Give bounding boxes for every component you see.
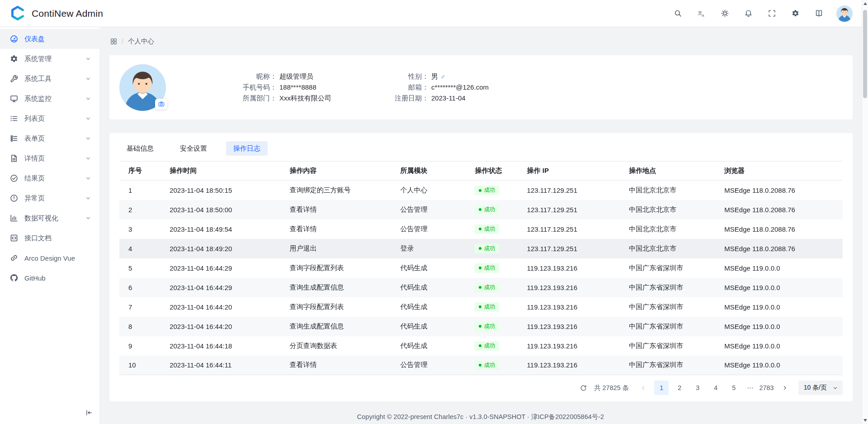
chevron-down-icon [85, 215, 91, 221]
table-row: 102023-11-04 16:44:11查看详情公告管理成功119.123.1… [119, 356, 843, 375]
profile-field: 邮箱：c********@126.com [386, 82, 489, 93]
sidebar-item-label: 表单页 [24, 134, 79, 143]
scrollbar [862, 0, 868, 424]
sidebar-item-label: 列表页 [24, 114, 79, 123]
gear-icon [792, 10, 799, 17]
sidebar-item-github[interactable]: GitHub [0, 268, 99, 288]
edit-avatar-button[interactable] [155, 99, 167, 110]
copyright-text: Copyright © 2022-present Charles7c · v1.… [357, 413, 604, 421]
profile-field-value: c********@126.com [431, 82, 489, 93]
sidebar-item-exception-pages[interactable]: 异常页 [0, 188, 99, 208]
status-dot-icon [479, 286, 481, 289]
page-button-4[interactable]: 4 [708, 381, 723, 395]
sidebar-item-label: 数据可视化 [24, 214, 79, 223]
chevron-down-icon [85, 56, 91, 62]
status-badge: 成功 [475, 263, 499, 273]
profile-field: 昵称：超级管理员 [234, 71, 331, 82]
profile-field: 手机号码：188****8888 [234, 82, 331, 93]
more-pages-button[interactable] [745, 385, 755, 391]
chevron-right-icon [782, 385, 788, 391]
app-title: ContiNew Admin [32, 8, 103, 19]
profile-field-label: 昵称： [234, 71, 277, 82]
table-row: 42023-11-04 18:49:20用户退出登录成功123.117.129.… [119, 239, 843, 258]
sidebar-item-system-tools[interactable]: 系统工具 [0, 69, 99, 89]
status-dot-icon [479, 189, 481, 192]
sidebar-item-api-docs[interactable]: 接口文档 [0, 228, 99, 248]
profile-field: 注册日期：2023-11-04 [386, 93, 489, 104]
page-button-1[interactable]: 1 [654, 381, 669, 395]
tab-security-settings[interactable]: 安全设置 [173, 141, 214, 156]
sidebar-item-form-pages[interactable]: 表单页 [0, 129, 99, 148]
profile-field-label: 注册日期： [386, 93, 429, 104]
status-badge: 成功 [475, 302, 499, 312]
status-dot-icon [479, 364, 481, 367]
profile-card: 昵称：超级管理员手机号码：188****8888所属部门：Xxx科技有限公司 性… [109, 55, 853, 119]
sidebar-item-system-management[interactable]: 系统管理 [0, 49, 99, 69]
bar-chart-icon [10, 214, 18, 222]
page-size-value: 10 条/页 [804, 384, 827, 392]
sidebar-item-system-monitor[interactable]: 系统监控 [0, 89, 99, 109]
theme-button[interactable] [717, 6, 732, 21]
fullscreen-icon [768, 10, 776, 17]
sidebar-item-label: 详情页 [24, 154, 79, 163]
chevron-down-icon [85, 175, 91, 181]
sidebar-item-arco-design-vue[interactable]: Arco Design Vue [0, 248, 99, 268]
docs-button[interactable] [811, 6, 826, 21]
breadcrumb-home-icon[interactable] [110, 38, 117, 45]
sidebar-item-dashboard[interactable]: 仪表盘 [0, 29, 99, 49]
notifications-button[interactable] [741, 6, 756, 21]
file-icon [10, 154, 18, 162]
sidebar-item-data-visualization[interactable]: 数据可视化 [0, 208, 99, 228]
page-button-2[interactable]: 2 [672, 381, 687, 395]
scrollbar-up-arrow[interactable] [863, 2, 867, 5]
status-dot-icon [479, 267, 481, 269]
prev-page-button[interactable] [636, 381, 651, 395]
collapse-sidebar-button[interactable] [83, 407, 95, 419]
github-icon [10, 274, 18, 282]
next-page-button[interactable] [778, 381, 792, 395]
logo-area: ContiNew Admin [9, 5, 103, 22]
chevron-down-icon [85, 95, 91, 102]
fullscreen-button[interactable] [764, 6, 779, 21]
column-header: 操作内容 [281, 162, 392, 181]
app-header: ContiNew Admin 文A [0, 0, 868, 27]
page-button-2783[interactable]: 2783 [759, 381, 774, 395]
male-icon: ♂ [440, 73, 445, 80]
scrollbar-thumb[interactable] [863, 10, 867, 98]
table-row: 82023-11-04 16:44:20查询生成配置信息代码生成成功119.12… [119, 317, 843, 336]
tab-operation-log[interactable]: 操作日志 [226, 141, 268, 156]
footer: Copyright © 2022-present Charles7c · v1.… [99, 410, 862, 424]
breadcrumb-separator: / [122, 38, 123, 45]
status-badge: 成功 [475, 283, 499, 292]
refresh-button[interactable] [577, 381, 590, 395]
svg-text:A: A [702, 14, 704, 17]
table-row: 32023-11-04 18:49:54查看详情公告管理成功123.117.12… [119, 219, 843, 239]
column-header: 浏览器 [715, 162, 843, 181]
page-button-3[interactable]: 3 [690, 381, 705, 395]
tab-basic-info[interactable]: 基础信息 [119, 141, 161, 156]
status-dot-icon [479, 247, 481, 250]
user-avatar-image [836, 5, 853, 22]
total-count: 共 27825 条 [594, 384, 629, 392]
sidebar-item-detail-pages[interactable]: 详情页 [0, 148, 99, 168]
info-circle-icon [10, 194, 18, 202]
search-button[interactable] [670, 6, 685, 21]
scrollbar-down-arrow[interactable] [863, 419, 867, 422]
page-size-select[interactable]: 10 条/页 [798, 381, 843, 395]
tab-card: 基础信息安全设置操作日志 序号操作时间操作内容所属模块操作状态操作 IP操作地点… [109, 133, 853, 401]
settings-button[interactable] [788, 6, 803, 21]
sidebar-item-list-pages[interactable]: 列表页 [0, 109, 99, 129]
status-badge: 成功 [475, 361, 499, 370]
sidebar-item-result-pages[interactable]: 结果页 [0, 168, 99, 188]
user-avatar[interactable] [836, 5, 853, 22]
sidebar-item-label: 结果页 [24, 174, 79, 183]
column-header: 操作地点 [620, 162, 715, 181]
page-button-5[interactable]: 5 [726, 381, 741, 395]
gear-icon [10, 55, 18, 63]
table-row: 12023-11-04 18:50:15查询绑定的三方账号个人中心成功123.1… [119, 181, 843, 200]
profile-field-value: 188****8888 [279, 82, 316, 93]
column-header: 所属模块 [392, 162, 466, 181]
sidebar-item-label: 接口文档 [24, 234, 91, 243]
status-dot-icon [479, 344, 481, 347]
translate-button[interactable]: 文A [693, 6, 709, 21]
